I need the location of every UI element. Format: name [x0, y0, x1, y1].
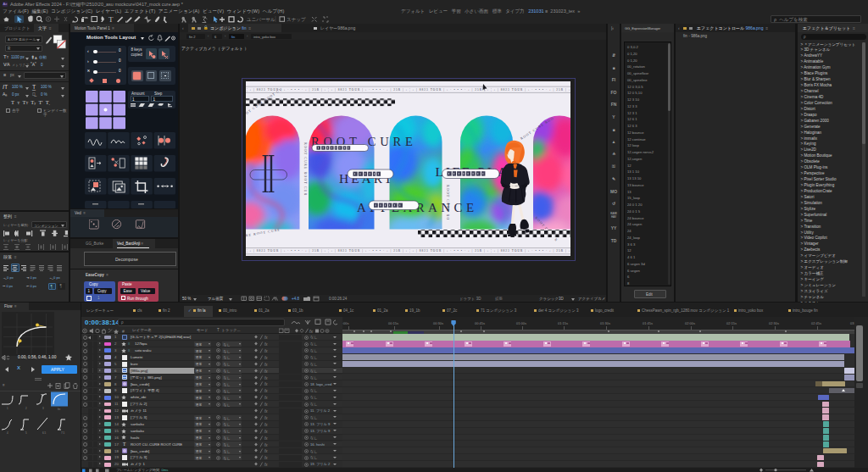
svg-text:fx: fx — [264, 396, 268, 400]
svg-text:¦ ‹ | 8823 TOUR | › · • • • ·: ¦ ‹ | 8823 TOUR | › · • • • · ‹ | 25R | … — [247, 249, 570, 253]
svg-text:fx: fx — [264, 336, 268, 340]
svg-text:fx: fx — [264, 382, 268, 386]
svg-text:fx: fx — [264, 342, 268, 347]
svg-text:fx: fx — [309, 328, 313, 333]
svg-text:fx: fx — [264, 463, 268, 467]
svg-text:fx: fx — [264, 449, 268, 453]
svg-text:fin: fin — [58, 408, 61, 411]
svg-text:6.5: 6.5 — [42, 431, 47, 435]
svg-text:fx: fx — [264, 369, 268, 374]
svg-text:fx: fx — [264, 356, 268, 360]
svg-text:4: 4 — [7, 431, 8, 435]
svg-text:fx: fx — [264, 409, 268, 414]
svg-text:fx: fx — [264, 443, 268, 447]
svg-text:fx: fx — [264, 416, 268, 420]
svg-text:¦ ‹ | 8823 TOUR | › · • • • ·: ¦ ‹ | 8823 TOUR | › · • • • · ‹ | 25R | … — [247, 88, 570, 92]
svg-text:7.5: 7.5 — [61, 431, 65, 435]
svg-text:fx: fx — [264, 403, 268, 407]
svg-text:fx: fx — [264, 456, 268, 460]
svg-text:fx: fx — [264, 430, 268, 434]
svg-text:ROOT CURE RO: ROOT CURE RO — [446, 185, 450, 220]
svg-text:fx: fx — [264, 436, 268, 441]
svg-text:ユニバーサル: ユニバーサル — [247, 17, 275, 22]
svg-text:スナップ: スナップ — [287, 17, 306, 22]
svg-text:fx: fx — [264, 423, 268, 427]
svg-text:#: # — [122, 329, 125, 334]
svg-text:3: 3 — [42, 407, 44, 410]
svg-text:5: 5 — [25, 431, 27, 435]
svg-text:+4.8: +4.8 — [292, 297, 299, 301]
svg-text:fx: fx — [264, 376, 268, 380]
svg-text:T: T — [108, 15, 114, 24]
svg-text:2: 2 — [25, 407, 27, 410]
svg-text:1: 1 — [7, 407, 8, 410]
svg-text:ROOT CURE ROOT CUR: ROOT CURE ROOT CUR — [303, 142, 308, 196]
svg-text:fx: fx — [264, 349, 268, 353]
svg-text:fx: fx — [264, 363, 268, 367]
svg-text:fx: fx — [264, 389, 268, 393]
